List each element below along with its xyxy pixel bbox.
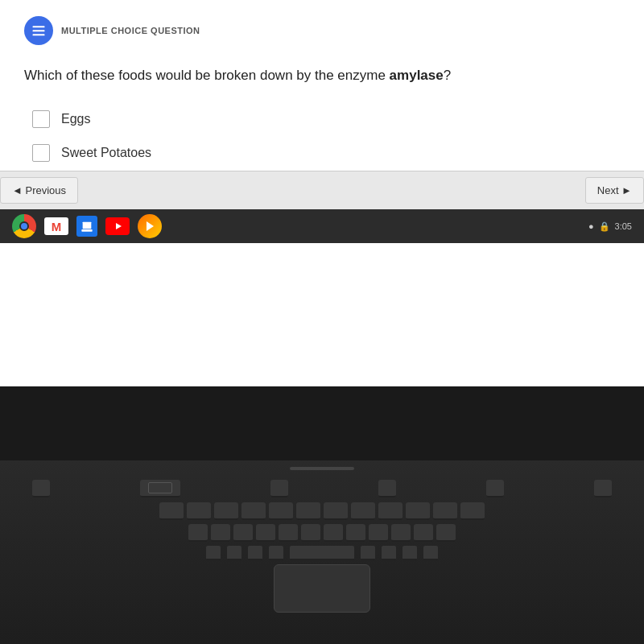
svg-rect-0: [33, 26, 45, 27]
list-icon: [31, 23, 47, 39]
battery-icon: 🔒: [599, 221, 610, 232]
key-a1: [188, 524, 208, 542]
wifi-icon: ●: [588, 221, 594, 231]
youtube-play-svg: [112, 221, 123, 231]
key-s6: [382, 546, 396, 560]
key-a9: [369, 524, 388, 542]
time-display: 3:05: [615, 221, 632, 231]
key-s1: [206, 546, 221, 560]
svg-rect-1: [33, 30, 45, 31]
key-a3: [233, 524, 253, 542]
key-circle: [270, 480, 288, 497]
key-a6: [301, 524, 320, 542]
navigation-bar: ◄ Previous Next ►: [0, 171, 644, 209]
key-a11: [414, 524, 433, 542]
key-rect: [140, 480, 180, 497]
laptop-hinge: [290, 467, 354, 470]
laptop-body: [0, 460, 644, 644]
drive-icon[interactable]: [76, 216, 97, 237]
key-vol1: [486, 480, 504, 497]
key-c: [32, 480, 50, 497]
key-vol2: [594, 480, 612, 497]
key-s4: [269, 546, 283, 560]
chrome-icon[interactable]: [12, 214, 36, 238]
keyboard-row-3: [32, 524, 612, 542]
svg-rect-2: [33, 34, 45, 35]
key-s2: [227, 546, 242, 560]
key-num12: [460, 502, 485, 520]
key-o: [378, 480, 396, 497]
key-a5: [279, 524, 298, 542]
svg-rect-3: [83, 222, 92, 229]
key-num7: [324, 502, 348, 520]
svg-rect-4: [81, 229, 92, 232]
keyboard-row-1: [32, 480, 612, 497]
question-text: Which of these foods would be broken dow…: [24, 65, 620, 86]
key-num3: [214, 502, 238, 520]
key-s3: [248, 546, 262, 560]
key-space: [290, 546, 354, 560]
checkbox-eggs[interactable]: [32, 110, 50, 128]
play-store-svg: [144, 221, 155, 232]
play-store-icon[interactable]: [138, 214, 162, 238]
previous-button[interactable]: ◄ Previous: [0, 177, 78, 204]
choice-item-sweet-potatoes[interactable]: Sweet Potatoes: [32, 144, 620, 162]
key-a8: [346, 524, 365, 542]
choice-label-eggs: Eggs: [61, 112, 90, 126]
key-s8: [423, 546, 438, 560]
question-header: MULTIPLE CHOICE QUESTION: [24, 16, 620, 45]
key-num8: [351, 502, 375, 520]
youtube-icon[interactable]: [105, 217, 130, 235]
checkbox-sweet-potatoes[interactable]: [32, 144, 50, 162]
choice-label-sweet-potatoes: Sweet Potatoes: [61, 146, 151, 160]
keyboard-row-4: [32, 546, 612, 560]
taskbar-right: ● 🔒 3:05: [588, 221, 632, 232]
chrome-inner: [19, 221, 29, 231]
key-num11: [433, 502, 457, 520]
key-num5: [269, 502, 293, 520]
question-type-label: MULTIPLE CHOICE QUESTION: [61, 26, 200, 35]
key-num6: [296, 502, 320, 520]
taskbar: M ● 🔒 3:05: [0, 209, 644, 243]
key-a4: [256, 524, 275, 542]
svg-marker-6: [147, 221, 154, 231]
key-a10: [391, 524, 411, 542]
trackpad[interactable]: [274, 564, 370, 613]
key-s7: [402, 546, 417, 560]
gmail-icon[interactable]: M: [44, 217, 68, 235]
key-inner: [148, 482, 172, 493]
keyboard-row-2: [32, 502, 612, 520]
key-num: [159, 502, 184, 520]
screen: MULTIPLE CHOICE QUESTION Which of these …: [0, 0, 644, 427]
question-text-before: Which of these foods would be broken dow…: [24, 68, 390, 83]
keyboard: [0, 480, 644, 560]
key-a7: [324, 524, 343, 542]
next-button[interactable]: Next ►: [585, 177, 644, 204]
key-a2: [211, 524, 230, 542]
drive-svg: [80, 220, 93, 233]
key-num10: [406, 502, 430, 520]
taskbar-icons: M: [12, 214, 162, 238]
question-type-icon: [24, 16, 53, 45]
svg-marker-5: [116, 223, 122, 229]
key-s5: [361, 546, 375, 560]
key-num9: [378, 502, 402, 520]
question-text-after: ?: [444, 68, 451, 83]
key-a12: [436, 524, 456, 542]
question-bold-word: amylase: [390, 68, 444, 83]
choice-item-eggs[interactable]: Eggs: [32, 110, 620, 128]
key-num2: [187, 502, 211, 520]
key-num4: [242, 502, 266, 520]
